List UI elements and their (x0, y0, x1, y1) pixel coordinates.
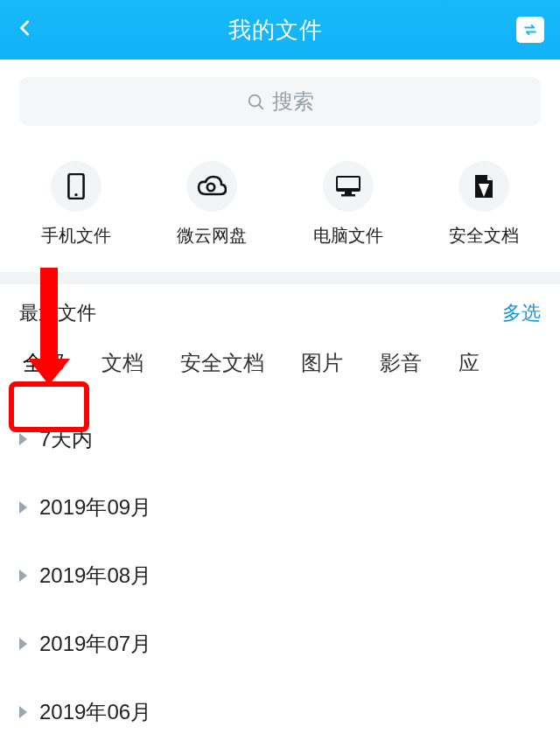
tab-documents[interactable]: 文档 (98, 344, 147, 382)
chevron-right-icon (19, 570, 27, 582)
svg-rect-7 (341, 194, 355, 197)
category-label: 安全文档 (449, 224, 519, 248)
group-label: 2019年06月 (39, 698, 151, 726)
group-label: 2019年07月 (39, 630, 151, 658)
date-group[interactable]: 7天内 (19, 405, 541, 473)
page-title: 我的文件 (228, 15, 323, 45)
search-placeholder: 搜索 (272, 87, 314, 115)
category-phone[interactable]: 手机文件 (19, 161, 133, 248)
back-icon[interactable] (16, 18, 35, 41)
chevron-right-icon (19, 638, 27, 650)
transfer-icon[interactable] (516, 17, 544, 43)
chevron-right-icon (19, 433, 27, 445)
header-bar: 我的文件 (0, 0, 560, 59)
group-label: 7天内 (39, 425, 93, 453)
tab-images[interactable]: 图片 (298, 344, 346, 382)
category-label: 电脑文件 (313, 224, 383, 248)
category-secure[interactable]: 安全文档 (427, 161, 541, 248)
date-group[interactable]: 2019年07月 (19, 610, 541, 678)
date-group[interactable]: 2019年09月 (19, 473, 541, 542)
tab-media[interactable]: 影音 (376, 344, 425, 382)
date-group[interactable]: 2019年06月 (19, 678, 541, 746)
filter-tabs: 全部 文档 安全文档 图片 影音 应 (0, 335, 560, 398)
category-pc[interactable]: 电脑文件 (291, 161, 405, 248)
search-icon (246, 92, 265, 111)
multi-select-button[interactable]: 多选 (502, 300, 541, 326)
secure-doc-icon (458, 161, 509, 212)
date-group-list: 7天内 2019年09月 2019年08月 2019年07月 2019年06月 (0, 398, 560, 746)
phone-icon (51, 161, 102, 212)
cloud-icon (186, 161, 237, 212)
chevron-right-icon (19, 706, 27, 718)
category-label: 微云网盘 (177, 224, 247, 248)
tab-all[interactable]: 全部 (19, 344, 68, 382)
svg-point-2 (74, 193, 77, 196)
group-label: 2019年08月 (39, 562, 151, 590)
svg-rect-6 (345, 192, 352, 194)
tab-apps[interactable]: 应 (455, 344, 483, 382)
section-header: 最近文件 多选 (0, 284, 560, 335)
tab-secure-doc[interactable]: 安全文档 (177, 344, 268, 382)
monitor-icon (323, 161, 374, 212)
category-weiyun[interactable]: 微云网盘 (155, 161, 269, 248)
date-group[interactable]: 2019年08月 (19, 542, 541, 610)
category-label: 手机文件 (41, 224, 111, 248)
section-divider (0, 272, 560, 284)
chevron-right-icon (19, 501, 27, 514)
category-row: 手机文件 微云网盘 电脑文件 安全文档 (0, 135, 560, 272)
search-container: 搜索 (0, 59, 560, 135)
group-label: 2019年09月 (39, 493, 151, 521)
svg-point-3 (207, 184, 214, 191)
search-input[interactable]: 搜索 (19, 77, 541, 126)
recent-files-label: 最近文件 (19, 300, 96, 326)
svg-rect-5 (338, 178, 359, 188)
